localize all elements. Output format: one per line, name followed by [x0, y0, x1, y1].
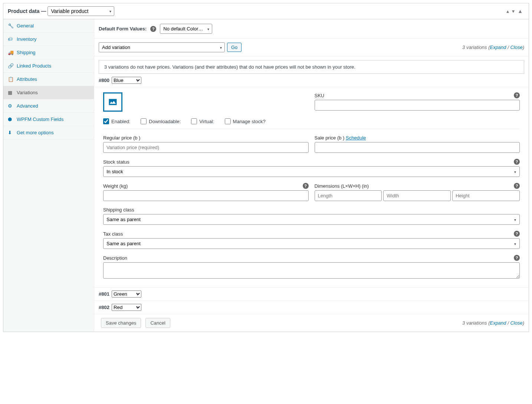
sidebar-item-inventory[interactable]: 🏷Inventory [3, 33, 94, 46]
variation-800-body: SKU? Enabled: Downloadable: Virtual: Man… [94, 87, 529, 287]
panel-header: Product data — Variable product ▴ ▾ ▲ [3, 3, 529, 19]
tax-class-select[interactable]: Same as parent [103, 238, 520, 249]
save-changes-button[interactable]: Save changes [101, 318, 141, 328]
variation-800-color[interactable]: Blue [112, 77, 141, 84]
enabled-checkbox[interactable] [103, 118, 109, 124]
downloadable-check[interactable]: Downloadable: [141, 118, 181, 124]
sidebar-item-advanced[interactable]: ⚙Advanced [3, 99, 94, 113]
weight-input[interactable] [103, 190, 309, 201]
close-link[interactable]: Close [510, 45, 522, 50]
grid-icon: ▦ [8, 90, 14, 95]
variations-meta-bottom: 3 variations (Expand / Close) [462, 320, 524, 326]
image-icon [107, 97, 118, 107]
dimensions-label: Dimensions (L×W×H) (in) [315, 183, 369, 189]
tax-class-label: Tax class [103, 231, 123, 237]
virtual-checkbox[interactable] [191, 118, 197, 124]
manage-stock-checkbox[interactable] [225, 118, 231, 124]
description-label: Description [103, 255, 127, 261]
variations-content: Default Form Values: ? No default Color…… [94, 19, 529, 332]
download-icon: ⬇ [8, 130, 14, 135]
close-link[interactable]: Close [510, 320, 522, 326]
sidebar: 🔧General 🏷Inventory 🚚Shipping 🔗Linked Pr… [3, 19, 94, 332]
chevron-down-icon[interactable]: ▾ [510, 8, 516, 14]
product-type-select[interactable]: Variable product [47, 6, 114, 16]
default-color-select[interactable]: No default Color… [160, 24, 212, 34]
sidebar-item-label: Linked Products [17, 63, 51, 69]
sale-price-label: Sale price (b ) [315, 135, 345, 141]
manage-stock-check[interactable]: Manage stock? [225, 118, 266, 124]
sidebar-item-label: General [17, 23, 34, 29]
variation-800-header[interactable]: #800 Blue [94, 74, 529, 87]
schedule-link[interactable]: Schedule [346, 135, 366, 141]
length-input[interactable] [315, 190, 382, 201]
regular-price-label: Regular price (b ) [103, 135, 140, 141]
help-icon[interactable]: ? [303, 183, 309, 189]
enabled-check[interactable]: Enabled: [103, 118, 130, 124]
sidebar-item-attributes[interactable]: 📋Attributes [3, 73, 94, 86]
regular-price-input[interactable] [103, 142, 309, 153]
sidebar-item-shipping[interactable]: 🚚Shipping [3, 46, 94, 59]
product-data-panel: Product data — Variable product ▴ ▾ ▲ 🔧G… [3, 3, 529, 332]
price-notice: 3 variations do not have prices. Variati… [99, 60, 524, 74]
variations-footer: Save changes Cancel 3 variations (Expand… [94, 314, 529, 332]
list-icon: 📋 [8, 76, 14, 82]
sidebar-item-more[interactable]: ⬇Get more options [3, 126, 94, 139]
tag-icon: 🏷 [8, 36, 14, 42]
gear-icon: ⚙ [8, 103, 14, 109]
cube-icon: ⬢ [8, 116, 14, 122]
shipping-class-label: Shipping class [103, 207, 134, 213]
chevron-up-icon[interactable]: ▴ [505, 8, 510, 14]
variation-id: #802 [99, 305, 109, 310]
help-icon[interactable]: ? [514, 231, 520, 237]
weight-label: Weight (kg) [103, 183, 128, 189]
variation-image-placeholder[interactable] [103, 92, 122, 112]
panel-title: Product data — [8, 8, 46, 14]
variation-802-color[interactable]: Red [112, 304, 141, 311]
variation-toolbar: Add variation Go 3 variations (Expand / … [94, 39, 529, 56]
shipping-class-select[interactable]: Same as parent [103, 214, 520, 225]
help-icon[interactable]: ? [150, 26, 156, 32]
variation-action-select[interactable]: Add variation [99, 42, 225, 52]
variations-meta: 3 variations (Expand / Close) [462, 45, 524, 50]
sku-input[interactable] [315, 100, 520, 111]
variation-802-header[interactable]: #802 Red [94, 300, 529, 314]
default-label: Default Form Values: [99, 26, 147, 32]
expand-link[interactable]: Expand [490, 45, 506, 50]
sidebar-item-wpfm[interactable]: ⬢WPFM Custom Fields [3, 113, 94, 126]
sidebar-item-linked[interactable]: 🔗Linked Products [3, 59, 94, 73]
sidebar-item-label: Inventory [17, 36, 36, 42]
svg-point-0 [110, 99, 112, 101]
help-icon[interactable]: ? [514, 159, 520, 165]
help-icon[interactable]: ? [514, 92, 520, 98]
sidebar-item-label: Advanced [17, 103, 38, 109]
default-form-values-row: Default Form Values: ? No default Color… [94, 19, 529, 39]
cancel-button[interactable]: Cancel [145, 318, 170, 328]
go-button[interactable]: Go [227, 43, 242, 52]
sku-label: SKU [315, 93, 325, 98]
help-icon[interactable]: ? [514, 183, 520, 189]
variation-id: #801 [99, 291, 109, 297]
sidebar-item-variations[interactable]: ▦Variations [3, 86, 94, 99]
width-input[interactable] [383, 190, 451, 201]
stock-status-select[interactable]: In stock [103, 166, 520, 177]
triangle-up-icon[interactable]: ▲ [516, 8, 524, 14]
virtual-check[interactable]: Virtual: [191, 118, 214, 124]
sidebar-item-label: Attributes [17, 76, 37, 82]
sale-price-input[interactable] [315, 142, 520, 153]
height-input[interactable] [452, 190, 520, 201]
description-input[interactable] [103, 262, 520, 279]
variation-checks: Enabled: Downloadable: Virtual: Manage s… [103, 113, 520, 129]
sidebar-item-label: Get more options [17, 130, 54, 135]
wrench-icon: 🔧 [8, 23, 14, 29]
variation-801-header[interactable]: #801 Green [94, 287, 529, 300]
sidebar-item-label: Shipping [17, 50, 36, 55]
sidebar-item-label: WPFM Custom Fields [17, 116, 63, 122]
help-icon[interactable]: ? [514, 255, 520, 261]
stock-status-label: Stock status [103, 159, 129, 165]
variation-id: #800 [99, 78, 109, 83]
link-icon: 🔗 [8, 63, 14, 69]
sidebar-item-general[interactable]: 🔧General [3, 19, 94, 33]
expand-link[interactable]: Expand [490, 320, 506, 326]
variation-801-color[interactable]: Green [112, 290, 141, 298]
downloadable-checkbox[interactable] [141, 118, 147, 124]
